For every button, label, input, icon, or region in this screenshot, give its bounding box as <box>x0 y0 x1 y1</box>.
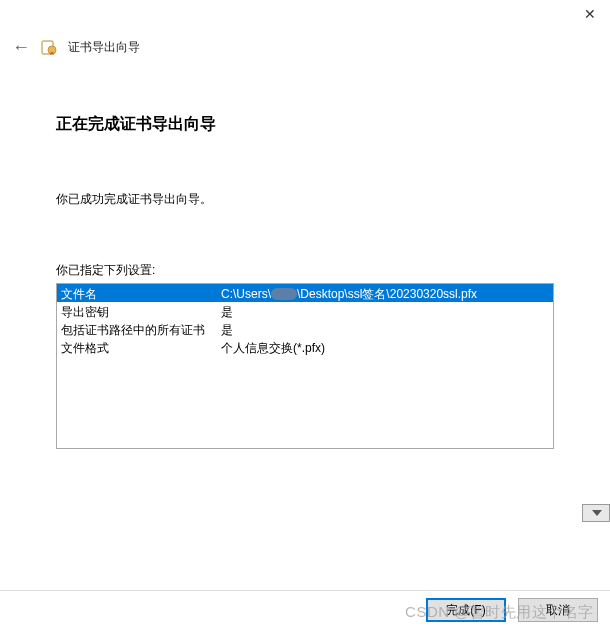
page-title: 正在完成证书导出向导 <box>56 114 554 135</box>
settings-value: 是 <box>221 321 549 337</box>
settings-row-format[interactable]: 文件格式 个人信息交换(*.pfx) <box>57 338 553 356</box>
settings-row-filename[interactable]: 文件名 C:\Users\\Desktop\ssl签名\20230320ssl.… <box>57 284 553 302</box>
settings-label: 你已指定下列设置: <box>56 262 554 279</box>
paste-options-icon[interactable] <box>582 504 610 522</box>
back-arrow-icon[interactable]: ← <box>12 38 30 56</box>
wizard-header: ← 证书导出向导 <box>0 0 610 62</box>
settings-key: 导出密钥 <box>61 303 221 319</box>
settings-list: 文件名 C:\Users\\Desktop\ssl签名\20230320ssl.… <box>56 283 554 449</box>
redacted-segment <box>271 288 297 300</box>
certificate-icon <box>40 38 58 56</box>
instruction-text: 你已成功完成证书导出向导。 <box>56 191 554 208</box>
settings-value: 个人信息交换(*.pfx) <box>221 339 549 355</box>
settings-key: 文件格式 <box>61 339 221 355</box>
close-icon[interactable]: ✕ <box>584 6 596 22</box>
finish-button[interactable]: 完成(F) <box>426 598 506 622</box>
wizard-title: 证书导出向导 <box>68 39 140 56</box>
settings-row-exportkey[interactable]: 导出密钥 是 <box>57 302 553 320</box>
wizard-footer: 完成(F) 取消 <box>426 598 598 622</box>
settings-key: 包括证书路径中的所有证书 <box>61 321 221 337</box>
settings-value: C:\Users\\Desktop\ssl签名\20230320ssl.pfx <box>221 285 549 301</box>
settings-value: 是 <box>221 303 549 319</box>
wizard-content: 正在完成证书导出向导 你已成功完成证书导出向导。 你已指定下列设置: 文件名 C… <box>0 62 610 449</box>
settings-row-includepath[interactable]: 包括证书路径中的所有证书 是 <box>57 320 553 338</box>
cancel-button[interactable]: 取消 <box>518 598 598 622</box>
settings-key: 文件名 <box>61 285 221 301</box>
footer-divider <box>0 590 610 591</box>
